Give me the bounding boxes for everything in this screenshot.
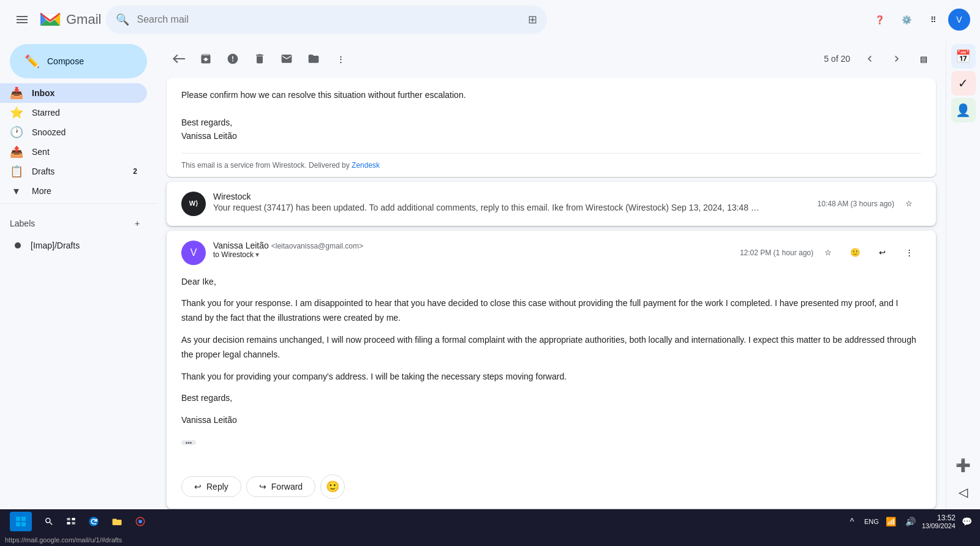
prev-message: Please confirm how we can resolve this s…	[167, 78, 936, 177]
forward-button[interactable]: ↪ Forward	[246, 476, 315, 497]
sidebar-item-snoozed[interactable]: 🕐 Snoozed	[0, 122, 147, 142]
emoji-reaction-button[interactable]: 🙂	[320, 474, 345, 499]
search-bar[interactable]: 🔍 ⊞	[106, 6, 547, 34]
avatar[interactable]: V	[948, 9, 970, 31]
spam-button[interactable]	[221, 47, 245, 71]
search-icon: 🔍	[116, 13, 129, 26]
chrome-taskbar-button[interactable]	[130, 512, 151, 531]
reply-icon: ↩	[194, 482, 202, 492]
expand-icon[interactable]: ◁	[951, 480, 976, 504]
email-thread: Please confirm how we can resolve this s…	[157, 78, 946, 509]
prev-body-line1: Please confirm how we can resolve this s…	[181, 88, 921, 102]
email-reply-button[interactable]: ↩	[870, 241, 894, 265]
sidebar-item-label: Inbox	[32, 88, 137, 98]
sent-icon: 📤	[10, 145, 22, 159]
more-options-button[interactable]: ⋮	[328, 47, 353, 71]
archive-button[interactable]	[194, 47, 218, 71]
sidebar-item-more[interactable]: ▾ More	[0, 181, 147, 201]
contacts-icon[interactable]: 👤	[951, 98, 976, 122]
reply-label: Reply	[206, 482, 228, 492]
windows-logo	[10, 512, 32, 531]
next-email-button[interactable]	[884, 47, 909, 71]
wirestock-time: 10:48 AM (3 hours ago)	[818, 200, 894, 208]
svg-rect-4	[21, 517, 26, 521]
inbox-icon: 📥	[10, 86, 22, 100]
email-star-button[interactable]: ☆	[816, 241, 840, 265]
compose-icon: ✏️	[24, 54, 40, 69]
sidebar-item-label: Snoozed	[32, 127, 137, 137]
gmail-logo: Gmail	[39, 11, 101, 28]
ellipsis-button[interactable]: •••	[181, 440, 196, 445]
email-emoji-button[interactable]: 🙂	[843, 241, 867, 265]
email-more-button[interactable]: ⋮	[897, 241, 921, 265]
sender-avatar: V	[181, 241, 206, 265]
clock[interactable]: 13:52 13/09/2024	[922, 514, 956, 529]
add-icon[interactable]: ➕	[951, 453, 976, 477]
view-options-button[interactable]: ▤	[911, 47, 936, 71]
wirestock-avatar: W⟩	[181, 192, 206, 216]
search-taskbar-button[interactable]	[39, 512, 59, 531]
system-tray-expand[interactable]: ^	[843, 512, 861, 531]
volume-icon[interactable]: 🔊	[902, 512, 919, 531]
calendar-icon[interactable]: 📅	[951, 44, 976, 69]
expanded-email: V Vanissa Leitão <leitaovanissa@gmail.co…	[167, 231, 936, 509]
tasks-icon[interactable]: ✓	[951, 71, 976, 95]
sidebar-item-inbox[interactable]: 📥 Inbox	[0, 83, 147, 103]
filter-icon[interactable]: ⊞	[528, 13, 537, 26]
taskbar-right: ^ ENG 📶 🔊 13:52 13/09/2024 💬	[843, 512, 975, 531]
status-bar: https://mail.google.com/mail/u/1/#drafts	[0, 534, 980, 546]
email-to[interactable]: to Wirestock ▾	[213, 250, 733, 259]
email-header: V Vanissa Leitão <leitaovanissa@gmail.co…	[181, 241, 921, 265]
compose-label: Compose	[47, 56, 84, 66]
settings-button[interactable]: ⚙️	[894, 7, 919, 32]
add-label-button[interactable]: +	[127, 214, 147, 233]
task-view-button[interactable]	[61, 512, 81, 531]
forward-icon: ↪	[259, 482, 266, 492]
drafts-icon: 📋	[10, 165, 22, 178]
apps-button[interactable]: ⠿	[921, 7, 946, 32]
compose-button[interactable]: ✏️ Compose	[10, 44, 147, 78]
time-display: 13:52	[937, 514, 956, 522]
help-button[interactable]: ❓	[867, 7, 892, 32]
sidebar-item-starred[interactable]: ⭐ Starred	[0, 103, 147, 122]
zendesk-link[interactable]: Zendesk	[352, 161, 380, 170]
email-nav-right: 5 of 20 ▤	[819, 47, 936, 71]
svg-rect-2	[17, 22, 28, 23]
windows-start-button[interactable]	[5, 512, 37, 531]
sign2: Vanissa Leitão	[181, 413, 921, 428]
labels-section: Labels + [Imap]/Drafts	[0, 206, 157, 260]
sidebar-item-label: Drafts	[32, 166, 123, 176]
page-info: 5 of 20	[819, 54, 855, 64]
reply-button[interactable]: ↩ Reply	[181, 476, 241, 497]
move-button[interactable]	[301, 47, 326, 71]
lang-indicator: ENG	[863, 512, 880, 531]
label-item-imap-drafts[interactable]: [Imap]/Drafts	[10, 236, 147, 255]
notification-button[interactable]: 💬	[958, 512, 975, 531]
prev-email-button[interactable]	[858, 47, 882, 71]
menu-button[interactable]	[10, 7, 34, 32]
explorer-taskbar-button[interactable]	[107, 512, 127, 531]
sender-info: Vanissa Leitão <leitaovanissa@gmail.com>…	[213, 241, 733, 259]
sender-line: Vanissa Leitão <leitaovanissa@gmail.com>	[213, 241, 733, 250]
date-display: 13/09/2024	[922, 522, 956, 529]
right-sidebar: 📅 ✓ 👤 ➕ ◁	[946, 39, 980, 509]
main-layout: ✏️ Compose 📥 Inbox ⭐ Starred 🕐 Snoozed 📤…	[0, 39, 980, 509]
mark-button[interactable]	[274, 47, 299, 71]
svg-rect-8	[72, 518, 75, 520]
svg-rect-5	[16, 522, 20, 526]
sidebar-item-sent[interactable]: 📤 Sent	[0, 142, 147, 162]
wifi-icon[interactable]: 📶	[883, 512, 900, 531]
delete-button[interactable]	[247, 47, 272, 71]
sidebar-item-drafts[interactable]: 📋 Drafts 2 Drafts	[0, 162, 147, 181]
wirestock-star-button[interactable]: ☆	[897, 192, 921, 216]
footer-text: This email is a service from Wirestock. …	[181, 161, 350, 170]
edge-taskbar-button[interactable]	[83, 512, 104, 531]
search-input[interactable]	[137, 14, 521, 25]
gmail-label: Gmail	[66, 12, 101, 28]
topbar-right: ❓ ⚙️ ⠿ V	[867, 7, 970, 32]
svg-rect-9	[67, 522, 70, 525]
svg-rect-10	[72, 522, 75, 525]
back-button[interactable]	[167, 47, 191, 71]
wirestock-notification[interactable]: W⟩ Wirestock Your request (37417) has be…	[167, 182, 936, 226]
sender-email: <leitaovanissa@gmail.com>	[271, 242, 363, 250]
